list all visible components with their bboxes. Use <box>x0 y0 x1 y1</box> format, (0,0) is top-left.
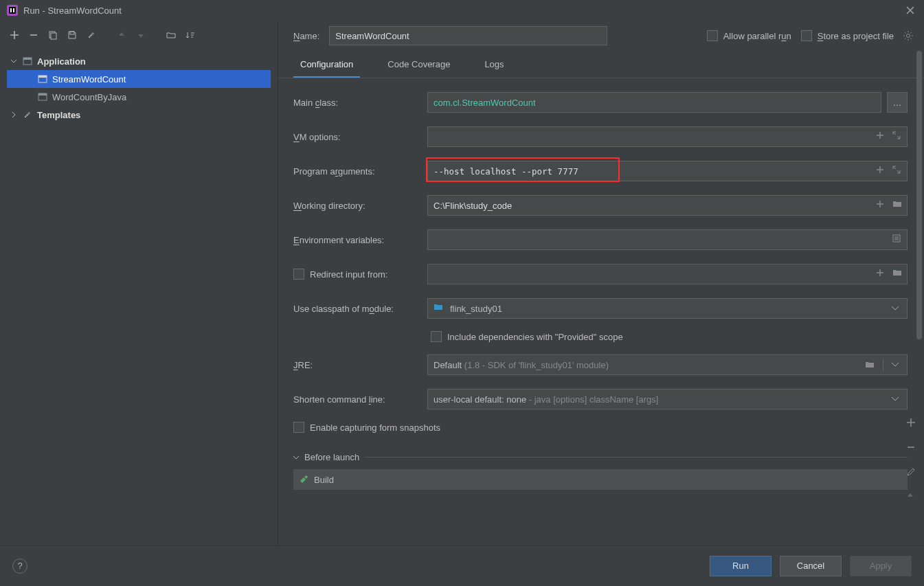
tree-item-wordcountbyjava[interactable]: WordCountByJava <box>7 88 271 106</box>
shorten-command-line-select[interactable]: user-local default: none - java [options… <box>427 389 908 409</box>
include-provided-row: Include dependencies with "Provided" sco… <box>431 331 908 342</box>
working-directory-field[interactable]: C:\Flink\study_code <box>427 195 908 216</box>
cancel-button[interactable]: Cancel <box>780 556 842 576</box>
checkbox-label: Include dependencies with "Provided" sco… <box>447 332 623 342</box>
chevron-right-icon[interactable] <box>10 112 18 117</box>
tree-node-application[interactable]: Application <box>7 52 271 70</box>
chevron-down-icon[interactable] <box>10 58 18 64</box>
program-arguments-field[interactable]: --host localhost --port 7777 <box>427 161 908 181</box>
gear-icon[interactable] <box>903 31 913 41</box>
folder-icon[interactable] <box>892 200 903 211</box>
apply-button[interactable]: Apply <box>850 556 912 576</box>
row-working-directory: Working directory: C:\Flink\study_code <box>293 194 908 217</box>
store-as-project-checkbox[interactable]: Store as project file <box>801 30 894 41</box>
right-pane: Name: Allow parallel run Store as projec… <box>278 21 924 545</box>
wrench-icon <box>22 109 33 120</box>
folder-open-icon[interactable] <box>165 29 177 41</box>
main-class-field[interactable]: com.cl.StreamWordCount <box>427 92 881 113</box>
svg-rect-3 <box>51 33 56 39</box>
add-icon[interactable] <box>876 166 887 177</box>
wrench-icon[interactable] <box>85 29 98 41</box>
scrollbar-thumb[interactable] <box>916 51 922 339</box>
before-launch-header[interactable]: Before launch <box>293 452 908 462</box>
svg-rect-6 <box>23 58 32 60</box>
vm-options-field[interactable] <box>427 126 908 147</box>
app-icon <box>7 5 18 16</box>
tree-node-templates[interactable]: Templates <box>7 106 271 124</box>
config-tree: Application StreamWordCount WordCountByJ… <box>7 52 271 124</box>
tree-item-label: StreamWordCount <box>52 74 126 84</box>
svg-point-11 <box>907 34 910 38</box>
program-arguments-label: Program arguments: <box>293 166 427 177</box>
sort-icon[interactable] <box>184 29 196 41</box>
module-icon <box>433 303 444 314</box>
checkbox-label: Store as project file <box>818 31 894 41</box>
working-directory-label: Working directory: <box>293 201 427 211</box>
application-icon <box>37 91 48 102</box>
tab-code-coverage[interactable]: Code Coverage <box>381 55 457 78</box>
select-value: flink_study01 <box>450 304 886 314</box>
application-icon <box>37 74 48 84</box>
row-shorten-command-line: Shorten command line: user-local default… <box>293 387 908 411</box>
chevron-down-icon <box>892 363 901 367</box>
tab-configuration[interactable]: Configuration <box>293 55 360 78</box>
add-icon[interactable] <box>876 200 887 211</box>
browse-button[interactable]: … <box>887 92 908 113</box>
shorten-command-line-label: Shorten command line: <box>293 394 427 405</box>
checkbox-icon <box>431 331 442 342</box>
help-button[interactable]: ? <box>12 559 27 574</box>
redirect-input-checkbox[interactable]: Redirect input from: <box>293 269 427 280</box>
checkbox-icon <box>801 30 812 41</box>
checkbox-icon <box>293 269 304 280</box>
build-label: Build <box>314 475 334 485</box>
name-label: Name: <box>293 31 319 41</box>
allow-parallel-checkbox[interactable]: Allow parallel run <box>707 30 791 41</box>
application-icon <box>22 56 33 67</box>
svg-rect-4 <box>70 32 74 34</box>
run-button[interactable]: Run <box>710 556 771 576</box>
select-value: user-local default: none - java [options… <box>433 394 886 405</box>
sidebar: Application StreamWordCount WordCountByJ… <box>0 21 278 545</box>
remove-icon[interactable] <box>27 29 40 41</box>
section-label: Before launch <box>304 452 359 462</box>
tree-item-streamwordcount[interactable]: StreamWordCount <box>7 70 271 88</box>
add-icon[interactable] <box>876 269 887 280</box>
name-input[interactable] <box>329 26 607 45</box>
move-up-icon[interactable] <box>115 29 128 41</box>
expand-icon[interactable] <box>892 131 903 142</box>
close-icon[interactable] <box>903 3 917 17</box>
chevron-down-icon <box>892 306 901 311</box>
add-icon[interactable] <box>876 131 887 142</box>
before-launch-item-build[interactable]: Build <box>293 469 908 490</box>
svg-rect-1 <box>9 7 16 14</box>
row-classpath-module: Use classpath of module: flink_study01 <box>293 297 908 320</box>
copy-icon[interactable] <box>47 29 59 41</box>
folder-icon[interactable] <box>865 361 875 369</box>
list-icon[interactable] <box>892 234 903 245</box>
enable-snapshots-row: Enable capturing form snapshots <box>293 422 908 433</box>
expand-icon[interactable] <box>892 166 903 177</box>
move-down-icon[interactable] <box>135 29 147 41</box>
folder-icon[interactable] <box>892 269 903 280</box>
select-value: Default (1.8 - SDK of 'flink_study01' mo… <box>433 360 859 370</box>
save-icon[interactable] <box>66 29 78 41</box>
environment-variables-field[interactable] <box>427 229 908 250</box>
vertical-scrollbar[interactable] <box>916 51 923 540</box>
tree-item-label: WordCountByJava <box>52 92 126 102</box>
redirect-input-field[interactable] <box>427 264 908 284</box>
hammer-icon <box>299 475 308 484</box>
checkbox-icon <box>293 422 304 433</box>
add-icon[interactable] <box>8 29 21 41</box>
jre-label: JRE: <box>293 360 427 370</box>
main-area: Application StreamWordCount WordCountByJ… <box>0 21 924 545</box>
svg-rect-8 <box>38 76 47 78</box>
jre-select[interactable]: Default (1.8 - SDK of 'flink_study01' mo… <box>427 354 908 375</box>
classpath-module-label: Use classpath of module: <box>293 304 427 314</box>
row-vm-options: VM options: <box>293 125 908 148</box>
vm-options-label: VM options: <box>293 132 427 142</box>
tab-logs[interactable]: Logs <box>477 55 510 78</box>
include-provided-checkbox[interactable]: Include dependencies with "Provided" sco… <box>431 331 623 342</box>
row-jre: JRE: Default (1.8 - SDK of 'flink_study0… <box>293 353 908 376</box>
classpath-module-select[interactable]: flink_study01 <box>427 298 908 319</box>
enable-snapshots-checkbox[interactable]: Enable capturing form snapshots <box>293 422 440 433</box>
